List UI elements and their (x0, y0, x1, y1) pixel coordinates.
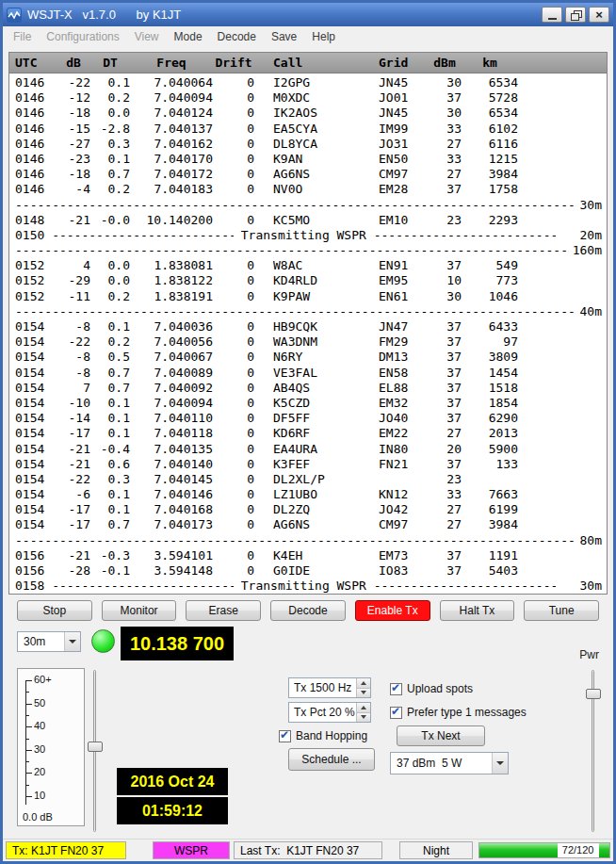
time-display: 01:59:12 (117, 797, 228, 824)
tx-pct-spinner[interactable]: Tx Pct 20 % (288, 702, 371, 723)
band-separator-row: ----------------------------------------… (9, 304, 607, 319)
tx-power-slider[interactable] (586, 668, 601, 834)
header-drift: Drift (213, 56, 254, 70)
menu-bar: FileConfigurationsViewModeDecodeSaveHelp (3, 26, 613, 47)
erase-button[interactable]: Erase (186, 600, 261, 621)
tune-button[interactable]: Tune (524, 600, 599, 621)
slider-handle[interactable] (586, 689, 601, 699)
checkbox-label: Prefer type 1 messages (407, 706, 527, 719)
decode-row[interactable]: 0154-80.77.0400890VE3FALEN58371454 (9, 366, 607, 381)
decode-row[interactable]: 015240.01.8380810W8ACEN9137549 (9, 258, 607, 273)
close-button[interactable]: × (589, 7, 609, 23)
band-separator-row: ----------------------------------------… (9, 243, 607, 258)
decode-row[interactable]: 0146-270.37.0401620DL8YCAJO31276116 (9, 137, 607, 152)
monitor-button[interactable]: Monitor (102, 600, 177, 621)
band-frequency-row: 30m 10.138 700 Pwr (17, 627, 599, 662)
decode-row[interactable]: 0148-21-0.010.1402000KC5MOEM10232293 (9, 213, 607, 228)
decode-row[interactable]: 015470.77.0400920AB4QSEL88371518 (9, 381, 607, 396)
decode-row[interactable]: 0146-220.17.0400640I2GPGJN45306534 (9, 75, 607, 90)
meter-scale-label: 40 (34, 720, 45, 731)
progress-label: 72/120 (562, 844, 594, 856)
restore-button[interactable] (565, 7, 586, 23)
pwr-label: Pwr (579, 648, 599, 661)
band-hopping-checkbox[interactable]: ✔ Band Hopping (279, 729, 367, 742)
spin-down-icon[interactable] (357, 713, 370, 723)
decode-table-header: UTC dB DT Freq Drift Call Grid dBm km (9, 53, 607, 73)
decode-row[interactable]: 0146-180.07.0401240IK2AOSJN45306534 (9, 106, 607, 121)
tx-freq-spinner[interactable]: Tx 1500 Hz (288, 677, 371, 698)
band-select[interactable]: 30m (17, 631, 81, 652)
decode-button[interactable]: Decode (270, 600, 346, 621)
decode-row[interactable]: 0154-170.17.0401180KD6RFEM22272013 (9, 426, 607, 441)
signal-meter: 60+5040302010 0.0 dB (17, 668, 85, 826)
decode-row[interactable]: 0154-220.37.0401450DL2XL/P23 (9, 472, 607, 487)
clock-display: 2016 Oct 24 01:59:12 (117, 768, 228, 826)
chevron-down-icon (64, 632, 80, 651)
tx-pct-value: Tx Pct 20 % (289, 703, 356, 722)
decode-row[interactable]: 0154-100.17.0400940K5CZDEM32371854 (9, 396, 607, 411)
decode-row[interactable]: 0154-220.27.0400560WA3DNMFM293797 (9, 334, 607, 350)
mode-panel: WSPR (153, 841, 230, 859)
header-km: km (462, 56, 518, 70)
checkbox-box: ✔ (279, 730, 291, 742)
halt-tx-button[interactable]: Halt Tx (440, 600, 515, 621)
menu-help[interactable]: Help (304, 28, 343, 45)
header-call: Call (254, 56, 373, 70)
menu-mode[interactable]: Mode (167, 28, 210, 45)
transmit-row: 0150 -----------------------------------… (9, 228, 607, 243)
decode-row[interactable]: 0154-80.57.0400670N6RYDM13373809 (9, 350, 607, 365)
decode-row[interactable]: 0152-290.01.8381220KD4RLDEM9510773 (9, 273, 607, 288)
decode-row[interactable]: 0152-110.21.8381910K9PAWEN61301046 (9, 289, 607, 304)
decode-row[interactable]: 0154-170.17.0401680DL2ZQJO42276199 (9, 502, 607, 517)
chevron-down-icon (492, 753, 508, 774)
menu-configurations[interactable]: Configurations (39, 28, 126, 45)
decode-row[interactable]: 0154-60.17.0401460LZ1UBOKN12337663 (9, 487, 607, 502)
band-separator-row: ----------------------------------------… (9, 198, 607, 213)
upload-spots-checkbox[interactable]: ✔ Upload spots (390, 682, 473, 695)
spin-up-icon[interactable] (357, 678, 370, 689)
night-panel: Night (399, 841, 473, 859)
prefer-type1-checkbox[interactable]: ✔ Prefer type 1 messages (390, 706, 527, 719)
window-title: WSJT-X v1.7.0 by K1JT (27, 8, 542, 22)
last-tx-panel: Last Tx: K1JT FN20 37 (234, 841, 382, 859)
decode-row[interactable]: 0156-21-0.33.5941010K4EHEM73371191 (9, 548, 607, 563)
header-dbm: dBm (428, 56, 462, 70)
decode-row[interactable]: 0146-180.77.0401720AG6NSCM97273984 (9, 167, 607, 182)
schedule-button[interactable]: Schedule ... (288, 748, 375, 771)
tx-next-button[interactable]: Tx Next (397, 725, 485, 746)
power-select[interactable]: 37 dBm 5 W (390, 752, 509, 774)
decode-row[interactable]: 0146-120.27.0400940M0XDCJO01375728 (9, 90, 607, 106)
spin-down-icon[interactable] (357, 689, 370, 698)
menu-save[interactable]: Save (264, 28, 304, 45)
decode-row[interactable]: 0146-40.27.0401830NV0OEM28371758 (9, 182, 607, 197)
spin-up-icon[interactable] (357, 703, 370, 713)
header-dt: DT (90, 56, 130, 70)
receive-indicator-lamp (91, 629, 115, 653)
tx-status-panel: Tx: K1JT FN20 37 (6, 841, 126, 859)
menu-file[interactable]: File (6, 28, 39, 45)
decode-row[interactable]: 0156-28-0.13.5941480G0IDEIO83375403 (9, 563, 607, 579)
decode-row[interactable]: 0154-210.67.0401400K3FEFFN2137133 (9, 457, 607, 472)
decode-row[interactable]: 0154-170.77.0401730AG6NSCM97273984 (9, 517, 607, 532)
decode-row[interactable]: 0146-230.17.0401700K9ANEN50331215 (9, 152, 607, 167)
enable-tx-button[interactable]: Enable Tx (355, 600, 430, 621)
decode-row[interactable]: 0146-15-2.87.0401370EA5CYAIM99336102 (9, 122, 607, 137)
meter-reading: 0.0 dB (23, 811, 53, 823)
close-icon: × (595, 8, 603, 21)
checkbox-label: Band Hopping (296, 729, 367, 742)
rx-gain-slider[interactable] (88, 668, 103, 834)
menu-decode[interactable]: Decode (210, 28, 264, 45)
stop-button[interactable]: Stop (17, 600, 92, 621)
date-display: 2016 Oct 24 (117, 768, 228, 795)
title-bar[interactable]: WSJT-X v1.7.0 by K1JT × (3, 3, 613, 26)
slider-handle[interactable] (88, 742, 103, 752)
menu-view[interactable]: View (127, 28, 167, 45)
header-freq: Freq (130, 56, 213, 70)
decode-row[interactable]: 0154-140.17.0401100DF5FFJO40376290 (9, 411, 607, 426)
decode-row[interactable]: 0154-21-0.47.0401350EA4URAIN80205900 (9, 442, 607, 457)
decode-row[interactable]: 0154-80.17.0400360HB9CQKJN47376433 (9, 319, 607, 334)
band-separator-row: ----------------------------------------… (9, 533, 607, 548)
minimize-icon (548, 18, 557, 20)
minimize-button[interactable] (542, 7, 562, 23)
tx-freq-value: Tx 1500 Hz (289, 678, 356, 697)
